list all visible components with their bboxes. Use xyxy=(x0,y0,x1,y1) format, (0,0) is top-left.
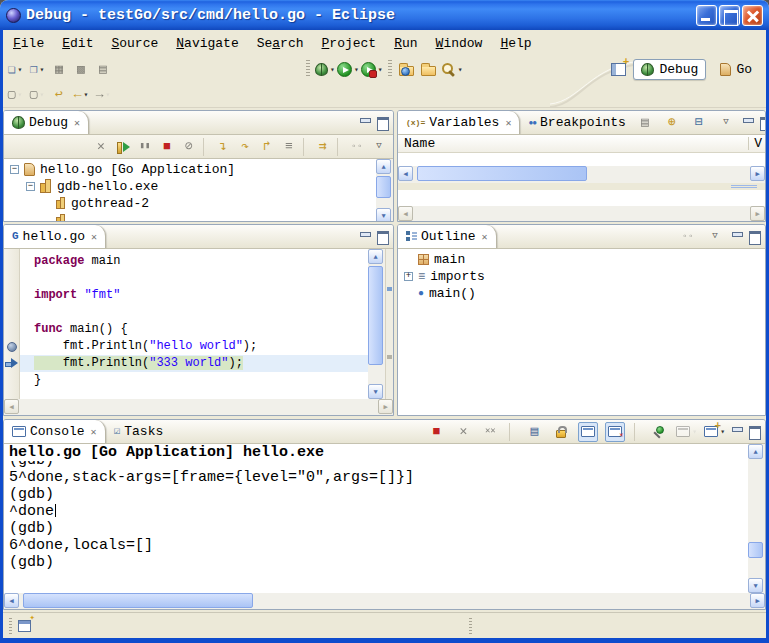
gutter-row[interactable] xyxy=(4,372,19,389)
variables-detail-pane[interactable] xyxy=(398,190,765,206)
view-menu-button[interactable]: ▽ xyxy=(369,137,389,157)
console-horizontal-scrollbar[interactable]: ◀ ▶ xyxy=(4,593,765,610)
collapse-all-button[interactable]: ⊟ xyxy=(689,113,709,133)
console-vertical-scrollbar[interactable]: ▲ ▼ xyxy=(748,444,765,593)
new-view-button-dropdown[interactable]: ▾ xyxy=(40,65,45,74)
add-watch-button[interactable]: ⊕ xyxy=(662,113,682,133)
editor-gutter[interactable] xyxy=(4,249,20,399)
scroll-up-icon[interactable]: ▲ xyxy=(748,444,763,459)
new-wizard-button-dropdown[interactable]: ▾ xyxy=(18,65,23,74)
maximize-view-button[interactable] xyxy=(748,231,760,242)
menu-project[interactable]: Project xyxy=(313,34,386,53)
scrollbar-thumb[interactable] xyxy=(417,166,587,181)
use-step-filters-button[interactable]: ⇉ xyxy=(313,137,333,157)
menu-navigate[interactable]: Navigate xyxy=(167,34,247,53)
new-wizard-button[interactable]: ❏▾ xyxy=(5,59,25,79)
variables-horizontal-scrollbar[interactable]: ◀ ▶ xyxy=(398,166,765,183)
gutter-row[interactable] xyxy=(4,338,19,355)
code-line[interactable]: } xyxy=(20,372,368,389)
menu-file[interactable]: File xyxy=(4,34,53,53)
menu-search[interactable]: Search xyxy=(248,34,313,53)
menu-help[interactable]: Help xyxy=(491,34,540,53)
debug-tree-vertical-scrollbar[interactable]: ▲ ▼ xyxy=(376,159,393,222)
pin-console-button[interactable] xyxy=(649,422,669,442)
scroll-right-icon[interactable]: ▶ xyxy=(750,166,765,181)
scrollbar-thumb[interactable] xyxy=(23,593,253,608)
maximize-view-button[interactable] xyxy=(376,117,388,128)
clear-console-button[interactable]: ▤ xyxy=(524,422,544,442)
tree-item-main-[interactable]: ●main() xyxy=(398,285,765,302)
perspective-go-button[interactable]: Go xyxy=(713,60,759,79)
external-tools-button[interactable]: ▾ xyxy=(361,59,383,79)
scroll-left-icon[interactable]: ◀ xyxy=(4,593,19,608)
expander-icon[interactable]: − xyxy=(10,165,19,174)
tree-item-hello-go-go-application-[interactable]: −hello.go [Go Application] xyxy=(4,161,376,178)
open-folder-button[interactable] xyxy=(419,59,439,79)
fast-view-icon[interactable] xyxy=(18,620,31,632)
variables-detail-sash[interactable] xyxy=(398,183,765,190)
scroll-left-icon[interactable]: ◀ xyxy=(398,166,413,181)
menu-window[interactable]: Window xyxy=(427,34,492,53)
expander-icon[interactable]: + xyxy=(404,272,413,281)
terminate-button[interactable]: ■ xyxy=(157,137,177,157)
scrollbar-thumb[interactable] xyxy=(376,176,391,198)
tab-debug[interactable]: Debug xyxy=(4,111,89,134)
close-icon[interactable] xyxy=(91,426,97,438)
code-editor[interactable]: package mainimport "fmt"func main() { fm… xyxy=(20,249,368,399)
scrollbar-thumb[interactable] xyxy=(748,542,763,558)
resume-button[interactable] xyxy=(113,137,133,157)
show-stdout-button[interactable] xyxy=(578,422,598,442)
editor-vertical-scrollbar[interactable]: ▲ ▼ xyxy=(368,249,385,399)
menu-edit[interactable]: Edit xyxy=(53,34,102,53)
column-divider[interactable] xyxy=(748,137,749,150)
search-button[interactable]: ▾ xyxy=(441,59,463,79)
gutter-row[interactable] xyxy=(4,304,19,321)
step-into-button[interactable]: ↴ xyxy=(213,137,233,157)
tree-item-partial[interactable] xyxy=(4,212,376,222)
back-button[interactable]: ←▾ xyxy=(71,85,91,105)
overview-annotation[interactable] xyxy=(387,287,392,291)
view-menu-button[interactable]: ▽ xyxy=(716,113,736,133)
tab-breakpoints[interactable]: ●● Breakpoints xyxy=(520,111,633,134)
external-tools-button-dropdown[interactable]: ▾ xyxy=(378,65,383,74)
gutter-row[interactable] xyxy=(4,253,19,270)
gutter-row[interactable] xyxy=(4,270,19,287)
tab-outline[interactable]: Outline xyxy=(398,225,497,248)
scroll-down-icon[interactable]: ▼ xyxy=(368,384,383,399)
terminate-button[interactable]: ■ xyxy=(426,422,446,442)
tab-tasks[interactable]: ☑ Tasks xyxy=(106,420,172,443)
step-return-button[interactable]: ↱ xyxy=(257,137,277,157)
close-icon[interactable] xyxy=(505,117,511,129)
code-line[interactable]: package main xyxy=(20,253,368,270)
overview-annotation[interactable] xyxy=(387,355,392,359)
view-menu-button[interactable]: ▽ xyxy=(705,227,725,247)
name-column-header[interactable]: Name xyxy=(404,136,435,151)
code-line[interactable]: fmt.Println("hello world"); xyxy=(20,338,368,355)
scroll-right-icon[interactable]: ▶ xyxy=(750,593,765,608)
overview-ruler[interactable] xyxy=(385,249,393,399)
expander-icon[interactable]: − xyxy=(26,182,35,191)
tree-item-gothread-2[interactable]: gothread-2 xyxy=(4,195,376,212)
scroll-up-icon[interactable]: ▲ xyxy=(376,159,391,174)
maximize-button[interactable] xyxy=(719,5,740,26)
run-button-dropdown[interactable]: ▾ xyxy=(354,65,359,74)
scroll-down-icon[interactable]: ▼ xyxy=(748,578,763,593)
code-line[interactable]: import "fmt" xyxy=(20,287,368,304)
back-button-dropdown[interactable]: ▾ xyxy=(83,90,88,99)
scroll-lock-button[interactable] xyxy=(551,422,571,442)
tree-item-main[interactable]: main xyxy=(398,251,765,268)
minimize-view-button[interactable] xyxy=(742,117,754,128)
scroll-up-icon[interactable]: ▲ xyxy=(368,249,383,264)
scrollbar-thumb[interactable] xyxy=(368,266,383,365)
code-line[interactable]: func main() { xyxy=(20,321,368,338)
step-over-button[interactable]: ↷ xyxy=(235,137,255,157)
debug-button[interactable]: ▾ xyxy=(315,59,335,79)
close-icon[interactable] xyxy=(74,117,80,129)
breakpoint-marker-icon[interactable] xyxy=(7,342,17,352)
minimize-button[interactable] xyxy=(696,5,717,26)
maximize-view-button[interactable] xyxy=(748,426,760,437)
code-line[interactable] xyxy=(20,270,368,287)
open-perspective-icon[interactable] xyxy=(611,63,626,76)
maximize-view-button[interactable] xyxy=(759,117,766,128)
value-column-header[interactable]: V xyxy=(754,136,762,151)
